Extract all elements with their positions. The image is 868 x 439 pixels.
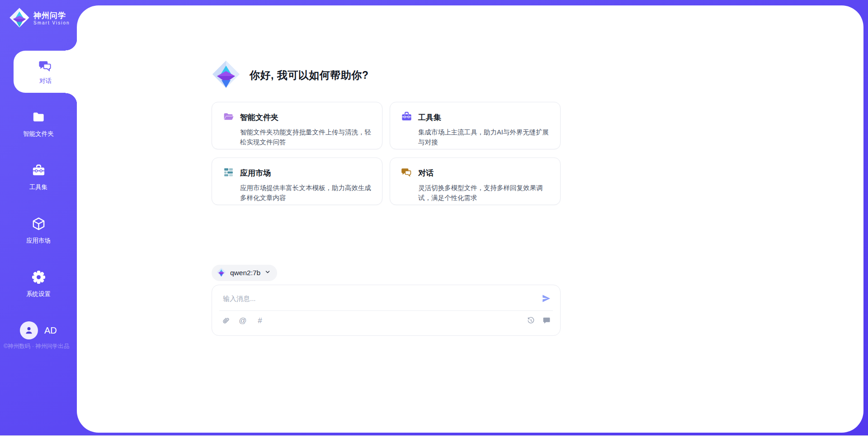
model-selector[interactable]: qwen2:7b — [212, 265, 277, 281]
toolbox-icon — [32, 163, 46, 179]
sidebar-item-label: 对话 — [39, 77, 52, 85]
message-input[interactable] — [223, 295, 540, 302]
feature-cards-grid: 智能文件夹 智能文件夹功能支持批量文件上传与清洗，轻松实现文件问答 工具集 集成… — [212, 102, 561, 205]
grid-icon — [223, 167, 234, 180]
sidebar-item-app-market[interactable]: 应用市场 — [0, 217, 77, 245]
hash-icon: # — [258, 317, 262, 324]
brand-subtitle: Smart Vision — [33, 20, 70, 26]
card-smart-folder[interactable]: 智能文件夹 智能文件夹功能支持批量文件上传与清洗，轻松实现文件问答 — [212, 102, 382, 149]
sidebar-item-label: 应用市场 — [26, 237, 51, 245]
sidebar-item-smart-folder[interactable]: 智能文件夹 — [0, 110, 77, 138]
diamond-logo-icon — [212, 60, 241, 91]
chat-icon — [401, 167, 412, 180]
card-title: 对话 — [418, 168, 434, 178]
sidebar-item-toolset[interactable]: 工具集 — [0, 163, 77, 191]
chat-icon — [38, 59, 52, 74]
mention-icon: @ — [239, 317, 246, 324]
send-icon — [541, 293, 552, 304]
sidebar-item-chat[interactable]: 对话 — [14, 51, 77, 93]
card-title: 工具集 — [418, 112, 441, 123]
user-name: AD — [44, 325, 57, 336]
main-content-panel — [77, 5, 863, 433]
paperclip-icon — [222, 316, 230, 325]
attachment-button[interactable] — [221, 316, 230, 325]
user-profile[interactable]: AD — [20, 321, 57, 339]
card-description: 集成市场上主流工具，助力AI与外界无缝扩展与对接 — [418, 127, 549, 148]
avatar — [20, 321, 38, 339]
card-toolset[interactable]: 工具集 集成市场上主流工具，助力AI与外界无缝扩展与对接 — [390, 102, 561, 149]
toolbox-icon — [401, 111, 412, 124]
sidebar-item-label: 系统设置 — [26, 290, 51, 298]
card-description: 应用市场提供丰富长文本模板，助力高效生成多样化文章内容 — [240, 183, 371, 203]
card-app-market[interactable]: 应用市场 应用市场提供丰富长文本模板，助力高效生成多样化文章内容 — [212, 157, 382, 205]
card-description: 智能文件夹功能支持批量文件上传与清洗，轻松实现文件问答 — [240, 127, 371, 148]
sidebar-item-settings[interactable]: 系统设置 — [0, 270, 77, 298]
history-button[interactable] — [526, 316, 535, 325]
cube-icon — [32, 217, 46, 232]
model-name: qwen2:7b — [230, 269, 260, 277]
card-title: 应用市场 — [240, 168, 271, 178]
sidebar-item-label: 智能文件夹 — [23, 130, 54, 138]
comment-icon — [542, 316, 551, 324]
bottom-page-strip — [0, 435, 868, 439]
folder-open-icon — [223, 111, 234, 124]
brand: 神州问学 Smart Vision — [9, 7, 70, 30]
card-title: 智能文件夹 — [240, 112, 278, 123]
person-icon — [24, 325, 34, 336]
card-description: 灵活切换多模型文件，支持多样回复效果调试，满足个性化需求 — [418, 183, 549, 203]
greeting-title: 你好, 我可以如何帮助你? — [250, 68, 368, 82]
greeting-block: 你好, 我可以如何帮助你? — [212, 60, 368, 91]
folder-icon — [32, 110, 46, 125]
send-button[interactable] — [540, 292, 552, 304]
sidebar-item-label: 工具集 — [29, 183, 48, 191]
comment-button[interactable] — [542, 316, 551, 325]
diamond-logo-icon — [217, 267, 226, 279]
brand-diamond-logo-icon — [9, 7, 30, 30]
mention-button[interactable]: @ — [238, 316, 247, 325]
copyright-text: ©神州数码 · 神州问学出品 — [4, 343, 69, 350]
chevron-down-icon — [264, 269, 271, 277]
message-composer: @ # — [212, 285, 561, 336]
history-icon — [527, 316, 535, 325]
gear-icon — [32, 270, 46, 286]
card-chat[interactable]: 对话 灵活切换多模型文件，支持多样回复效果调试，满足个性化需求 — [390, 157, 561, 205]
hash-button[interactable]: # — [255, 316, 264, 325]
brand-name: 神州问学 — [33, 11, 70, 20]
